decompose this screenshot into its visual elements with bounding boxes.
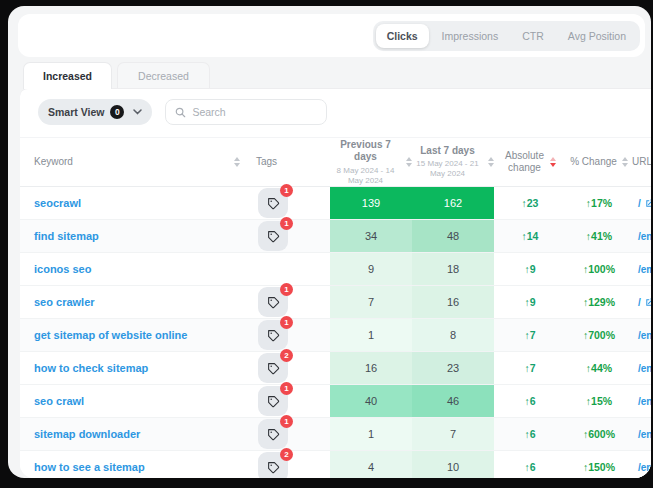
url-link[interactable]: /en/ — [638, 396, 651, 407]
search-box[interactable] — [165, 99, 327, 125]
table-row: iconos seo 9 18 ↑9 ↑100% — [20, 253, 651, 286]
column-header-previous[interactable]: Previous 7 days8 May 2024 - 14 May 2024 — [330, 139, 412, 186]
percent-change-value: ↑600% — [566, 418, 632, 450]
sort-icon[interactable] — [234, 157, 240, 167]
tag-chip[interactable]: 1 — [258, 386, 288, 416]
url-link[interactable]: / — [638, 297, 651, 308]
tab-avg-position[interactable]: Avg Position — [557, 24, 637, 48]
url-text: /en/ — [638, 396, 651, 407]
tab-clicks[interactable]: Clicks — [376, 24, 429, 48]
tag-chip[interactable]: 1 — [258, 188, 288, 218]
url-text: /en/ — [638, 462, 651, 473]
last-value-cell: 18 — [412, 253, 494, 285]
keyword-link[interactable]: sitemap downloader — [34, 428, 140, 440]
previous-value-cell: 1 — [330, 319, 412, 351]
tag-icon — [267, 428, 280, 441]
column-header-absolute-change[interactable]: Absolute change — [494, 150, 566, 175]
url-link[interactable]: / — [638, 198, 651, 209]
tag-count-badge: 1 — [280, 184, 293, 197]
tab-impressions[interactable]: Impressions — [431, 24, 510, 48]
column-header-url[interactable]: URL — [632, 156, 651, 169]
tag-chip[interactable]: 2 — [258, 452, 288, 478]
keyword-link[interactable]: find sitemap — [34, 230, 99, 242]
table-row: sitemap downloader 1 1 7 ↑6 ↑600% — [20, 418, 651, 451]
url-link[interactable]: /en/ — [638, 429, 651, 440]
tab-increased[interactable]: Increased — [23, 62, 112, 89]
column-header-last[interactable]: Last 7 days15 May 2024 - 21 May 2024 — [412, 145, 494, 180]
tag-chip[interactable]: 1 — [258, 320, 288, 350]
chevron-down-icon — [133, 109, 142, 115]
url-text: / — [638, 198, 641, 209]
previous-value-cell: 4 — [330, 451, 412, 478]
url-link[interactable]: /en/ — [638, 330, 651, 341]
url-text: /em/ — [638, 264, 651, 275]
absolute-change-value: ↑7 — [494, 319, 566, 351]
percent-change-value: ↑100% — [566, 253, 632, 285]
url-header-label: URL — [632, 156, 651, 169]
percent-change-value: ↑15% — [566, 385, 632, 417]
table-panel: Smart View 0 Keyword — [20, 88, 651, 478]
column-header-tags: Tags — [256, 156, 330, 169]
keyword-link[interactable]: iconos seo — [34, 263, 91, 275]
table-row: seo crawl 1 40 46 ↑6 ↑15% — [20, 385, 651, 418]
url-link[interactable]: /en/ — [638, 363, 651, 374]
last-header-label: Last 7 days15 May 2024 - 21 May 2024 — [412, 145, 483, 180]
keyword-link[interactable]: seo crawler — [34, 296, 95, 308]
last-value-cell: 16 — [412, 286, 494, 318]
column-header-percent-change[interactable]: % Change — [566, 156, 632, 169]
smart-view-label: Smart View — [48, 106, 104, 118]
tag-icon — [267, 461, 280, 474]
search-input[interactable] — [192, 106, 317, 118]
table-row: seocrawl 1 139 162 ↑23 ↑17% — [20, 187, 651, 220]
absolute-change-value: ↑6 — [494, 418, 566, 450]
app-window: Clicks Impressions CTR Avg Position Incr… — [8, 6, 651, 478]
last-value-cell: 48 — [412, 220, 494, 252]
url-text: / — [638, 297, 641, 308]
tab-ctr[interactable]: CTR — [511, 24, 555, 48]
smart-view-dropdown[interactable]: Smart View 0 — [38, 99, 152, 125]
keyword-link[interactable]: how to see a sitemap — [34, 461, 145, 473]
absolute-change-value: ↑14 — [494, 220, 566, 252]
table-header: Keyword Tags Previous 7 days8 May 2024 -… — [20, 137, 651, 187]
search-icon — [175, 107, 186, 118]
absolute-change-value: ↑7 — [494, 352, 566, 384]
last-value-cell: 8 — [412, 319, 494, 351]
absolute-change-value: ↑6 — [494, 385, 566, 417]
tag-chip[interactable]: 1 — [258, 287, 288, 317]
previous-value-cell: 16 — [330, 352, 412, 384]
url-link[interactable]: /em/ — [638, 264, 651, 275]
previous-value-cell: 40 — [330, 385, 412, 417]
tag-icon — [267, 296, 280, 309]
table-row: how to see a sitemap 2 4 10 ↑6 ↑150% — [20, 451, 651, 478]
tag-chip[interactable]: 1 — [258, 221, 288, 251]
keyword-link[interactable]: how to check sitemap — [34, 362, 148, 374]
tag-count-badge: 2 — [280, 349, 293, 362]
last-value-cell: 7 — [412, 418, 494, 450]
top-toolbar: Clicks Impressions CTR Avg Position — [18, 14, 645, 57]
percent-change-value: ↑44% — [566, 352, 632, 384]
tag-chip[interactable]: 2 — [258, 353, 288, 383]
filters-row: Smart View 0 — [20, 89, 651, 137]
sort-icon-active[interactable] — [550, 157, 556, 167]
previous-value-cell: 139 — [330, 187, 412, 219]
tag-chip[interactable]: 1 — [258, 419, 288, 449]
metric-switcher: Clicks Impressions CTR Avg Position — [373, 21, 640, 51]
tab-decreased[interactable]: Decreased — [117, 62, 210, 88]
tag-count-badge: 1 — [280, 415, 293, 428]
keyword-link[interactable]: seocrawl — [34, 197, 81, 209]
absolute-change-value: ↑6 — [494, 451, 566, 478]
url-text: /en/ — [638, 330, 651, 341]
keyword-link[interactable]: seo crawl — [34, 395, 84, 407]
sort-icon[interactable] — [622, 157, 628, 167]
table-row: find sitemap 1 34 48 ↑14 ↑41% — [20, 220, 651, 253]
content-card: Increased Decreased Smart View 0 — [20, 62, 651, 478]
table-row: seo crawler 1 7 16 ↑9 ↑129% — [20, 286, 651, 319]
previous-value-cell: 1 — [330, 418, 412, 450]
column-header-keyword[interactable]: Keyword — [34, 156, 256, 169]
percent-change-value: ↑17% — [566, 187, 632, 219]
absolute-header-label: Absolute change — [505, 150, 545, 175]
keyword-link[interactable]: get sitemap of website online — [34, 329, 187, 341]
url-link[interactable]: /en/ — [638, 231, 651, 242]
url-link[interactable]: /en/ — [638, 462, 651, 473]
url-text: /en/ — [638, 363, 651, 374]
